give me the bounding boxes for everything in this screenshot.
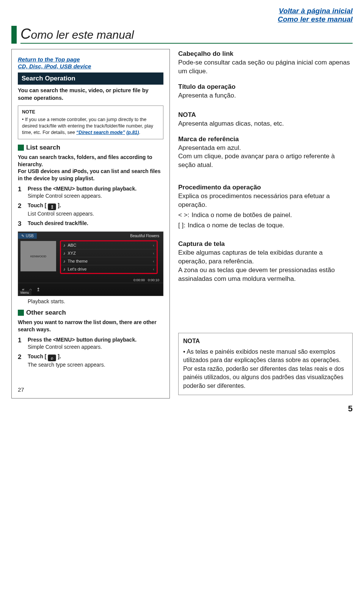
- link-direct-search-mode[interactable]: Direct search mode: [76, 130, 125, 135]
- note-body: • If you use a remote controller, you ca…: [22, 117, 159, 136]
- playback-starts-text: Playback starts.: [28, 298, 163, 304]
- legend-operation-title: Título da operação Apresenta a função.: [178, 83, 353, 100]
- green-marker-icon: [18, 310, 24, 316]
- note-heading: NOTE: [22, 109, 159, 115]
- step-2-1: 1 Press the <MENU> button during playbac…: [18, 336, 163, 351]
- list-item[interactable]: ♪ ABC‹: [61, 241, 157, 249]
- legend-nota: NOTA Apresenta algumas dicas, notas, etc…: [178, 111, 353, 128]
- list-item[interactable]: ♪ The theme‹: [61, 257, 157, 265]
- list-item[interactable]: ♪ XYZ‹: [61, 249, 157, 257]
- album-art-placeholder: KENWOOD: [20, 241, 56, 271]
- legend-procedure: Procedimento da operação Explica os proc…: [178, 183, 353, 230]
- page-title-rest: omo ler este manual: [31, 28, 134, 41]
- subheading-list-search: List search: [18, 144, 163, 151]
- time-readout: 0:00:000:00:10: [133, 278, 159, 282]
- step-1-1: 1 Press the <MENU> button during playbac…: [18, 185, 163, 200]
- other-search-body: When you want to narrow the list down, t…: [18, 319, 163, 333]
- example-panel: Return to the Top page CD, Disc, iPod, U…: [11, 49, 170, 399]
- list-search-body: You can search tracks, folders, and file…: [18, 154, 163, 183]
- operation-title-bar: Search Operation: [18, 72, 163, 85]
- header-links: Voltar à página inicial Como ler este ma…: [11, 7, 353, 24]
- link-return-top[interactable]: Return to the Top page: [18, 56, 163, 63]
- current-file-label: Beautiful Flowers: [130, 234, 163, 238]
- page-number: 5: [11, 404, 353, 414]
- note-box: NOTE • If you use a remote controller, y…: [18, 106, 163, 139]
- legend-reference-mark: Marca de referência Apresentada em azul.…: [178, 135, 353, 170]
- usb-badge: ✎ USB: [18, 233, 37, 239]
- link-device-category[interactable]: CD, Disc, iPod, USB device: [18, 63, 163, 69]
- page-title-cap: C: [20, 26, 31, 42]
- nota-item: As telas e painéis exibidos neste manual…: [183, 348, 348, 390]
- operation-description: You can search the music, video, or pict…: [18, 87, 163, 102]
- square-bracket-symbol: [ ]:: [178, 221, 185, 230]
- nota-box-bottom: NOTA As telas e painéis exibidos neste m…: [178, 333, 353, 395]
- steps-2: 1 Press the <MENU> button during playbac…: [18, 336, 163, 369]
- step-2-2: 2 Touch [ ⌕ ]. The search type screen ap…: [18, 353, 163, 369]
- angle-bracket-symbol: < >:: [178, 211, 189, 220]
- magnifier-icon: ⌕: [48, 354, 56, 361]
- subheading-other-search: Other search: [18, 309, 163, 317]
- inner-page-number: 27: [18, 386, 24, 393]
- step-1-2: 2 Touch [ ↥ ]. List Control screen appea…: [18, 202, 163, 217]
- menu-label[interactable]: Menu: [18, 290, 31, 295]
- control-bar: « ⌕ ↥ Menu: [18, 283, 163, 296]
- page-title: Como ler este manual: [11, 26, 353, 44]
- highlighted-list: ♪ ABC‹ ♪ XYZ‹ ♪ The theme‹ ♪ Let's drive…: [60, 240, 158, 274]
- legend-column: Cabeçalho do link Pode-se consultar cada…: [178, 49, 353, 395]
- link-how-to-read[interactable]: Como ler este manual: [11, 15, 353, 24]
- link-home[interactable]: Voltar à página inicial: [11, 7, 353, 15]
- steps-1: 1 Press the <MENU> button during playbac…: [18, 185, 163, 228]
- legend-screenshot: Captura de tela Exibe algumas capturas d…: [178, 240, 353, 284]
- legend-link-header: Cabeçalho do link Pode-se consultar cada…: [178, 50, 353, 76]
- up-icon[interactable]: ↥: [36, 287, 40, 292]
- list-item[interactable]: ♪ Let's drive‹: [61, 265, 157, 273]
- green-marker-icon: [18, 145, 24, 151]
- device-screenshot: ✎ USB Beautiful Flowers KENWOOD ♪ ABC‹ ♪…: [18, 232, 163, 296]
- list-up-icon: ↥: [48, 203, 56, 210]
- step-1-3: 3 Touch desired track/file.: [18, 220, 163, 228]
